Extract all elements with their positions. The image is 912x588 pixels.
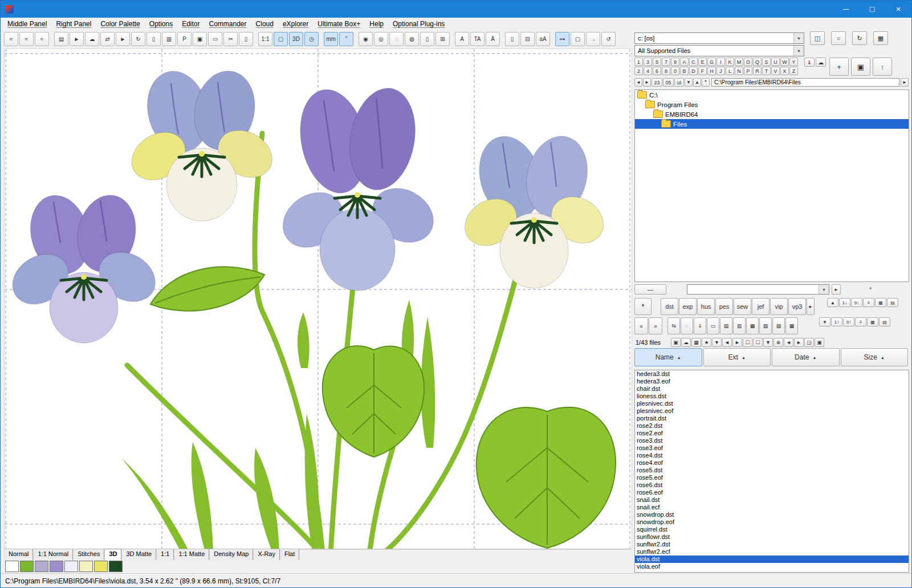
file-item[interactable]: rose4.dst	[635, 452, 909, 459]
file-item[interactable]: snowdrop.eof	[635, 518, 909, 526]
fm-stitch-edit-icon[interactable]: ≈	[19, 32, 34, 46]
alpha-key-button[interactable]: 3	[644, 58, 652, 66]
file-item[interactable]: squirrel.dst	[635, 526, 909, 533]
menu-color-palette[interactable]: Color Palette	[96, 19, 144, 29]
file-item[interactable]: hedera3.eof	[635, 378, 909, 385]
search-mask-input[interactable]: ▼	[687, 284, 829, 295]
rotate-design-icon[interactable]: ↻	[131, 32, 145, 46]
sort-by-ext[interactable]: Ext ▲	[703, 348, 771, 366]
refresh-icon[interactable]: ↺	[601, 32, 616, 46]
chevron-down-icon[interactable]: ▼	[819, 285, 829, 294]
dropdown2-icon[interactable]: ▼	[763, 338, 773, 347]
clear-mask-button[interactable]: —	[634, 284, 666, 295]
file-item[interactable]: sunflowr.dst	[635, 533, 909, 541]
resequence-icon[interactable]: ⇆	[667, 317, 680, 334]
toolbar-button[interactable]	[451, 32, 454, 46]
alpha-key-button[interactable]: 6	[653, 67, 661, 75]
sort-9-up-icon[interactable]: 9↑	[843, 317, 854, 326]
alpha-key-button[interactable]: S	[762, 58, 771, 66]
send-to-machine-icon[interactable]: ⇄	[100, 32, 115, 46]
favorites-icon[interactable]: ★	[702, 338, 711, 347]
apply-mask-button[interactable]: ►	[832, 284, 841, 295]
file-item[interactable]: chair.dst	[635, 385, 909, 393]
globe-icon[interactable]: ⊕	[773, 338, 783, 347]
tab-1-1-matte[interactable]: 1:1 Matte	[174, 549, 209, 560]
insert-design-icon[interactable]: ▥	[733, 317, 746, 334]
alpha-key-button[interactable]: G	[707, 58, 716, 66]
file-item[interactable]: rose5.dst	[635, 467, 909, 474]
palette-swatch[interactable]	[5, 561, 19, 572]
more-formats-button[interactable]: ►	[807, 298, 815, 315]
palette-swatch[interactable]	[20, 561, 34, 572]
stitch-points-icon[interactable]: ◌	[389, 32, 404, 46]
path-dropdown-icon[interactable]: ▼	[685, 78, 693, 87]
toolbar-button[interactable]	[50, 32, 53, 46]
menu-ultimate-box[interactable]: Ultimate Box+	[313, 19, 365, 29]
window-small-icon[interactable]: ▭	[707, 317, 719, 334]
font-aa-icon[interactable]: Ā	[486, 32, 500, 46]
alpha-key-button[interactable]: 8	[662, 67, 670, 75]
detail-view2-icon[interactable]: ▤	[879, 317, 890, 326]
maximize-list-icon[interactable]: ▣	[815, 338, 824, 347]
thumbnail-view2-icon[interactable]: ▦	[867, 317, 878, 326]
fm-stitch-icon[interactable]: ≈	[4, 32, 18, 46]
design-tree-icon[interactable]: ⊞	[435, 32, 450, 46]
fit-to-screen-icon[interactable]: ▢	[274, 32, 288, 46]
palette-swatch[interactable]	[35, 561, 48, 572]
alpha-key-button[interactable]: 5	[653, 58, 661, 66]
alpha-key-button[interactable]: H	[707, 67, 716, 75]
letters-small-icon[interactable]: aA	[536, 32, 550, 46]
menu-help[interactable]: Help	[365, 19, 388, 29]
menu-optional-plugins[interactable]: Optional Plug-ins	[388, 19, 449, 29]
font-ta-icon[interactable]: TA	[470, 32, 484, 46]
alpha-key-button[interactable]: F	[698, 67, 707, 75]
alpha-key-button[interactable]: C	[689, 58, 698, 66]
alpha-key-button[interactable]: D	[689, 67, 698, 75]
simulator-icon[interactable]: ◷	[304, 32, 319, 46]
minimize-button[interactable]: ─	[833, 1, 859, 18]
alpha-key-button[interactable]: K	[726, 58, 734, 66]
alpha-key-button[interactable]: I	[716, 58, 725, 66]
copy-icon[interactable]: ▯	[239, 32, 253, 46]
file-filter-selector[interactable]: All Supported Files ▼	[634, 45, 804, 56]
palette-swatch[interactable]	[64, 561, 78, 572]
file-item[interactable]: sunflwr2.ecf	[635, 548, 909, 556]
format-filter-button[interactable]: pes	[715, 298, 733, 315]
alpha-key-button[interactable]: M	[735, 58, 743, 66]
print-icon[interactable]: ▥	[162, 32, 176, 46]
sort-by-size[interactable]: Size ▲	[841, 348, 909, 366]
path-up-icon[interactable]: ▲	[693, 78, 701, 87]
chevron-down-icon[interactable]: ▼	[793, 33, 804, 43]
download-icon[interactable]: ⇓	[804, 58, 815, 67]
download-design-icon[interactable]: ⇓	[694, 317, 706, 334]
sort-1-up-icon[interactable]: 1↑	[831, 317, 842, 326]
send-menu-icon[interactable]: ►	[116, 32, 130, 46]
checkbox-one[interactable]: ☐	[743, 338, 752, 347]
exit-icon[interactable]: →	[586, 32, 600, 46]
toolbar-button[interactable]	[254, 32, 257, 46]
open-file-icon[interactable]: ▤	[54, 32, 68, 46]
nav-back-button[interactable]: ◄	[634, 78, 642, 87]
alpha-key-button[interactable]: 2	[634, 67, 643, 75]
expand-icon[interactable]: ◲	[804, 338, 814, 347]
file-item[interactable]: rose2.eof	[635, 430, 909, 437]
tab-1-1[interactable]: 1:1	[156, 549, 174, 560]
file-item[interactable]: snail.dst	[635, 496, 909, 504]
cloud-icon[interactable]: ☁	[85, 32, 99, 46]
alpha-key-button[interactable]: 0	[671, 67, 679, 75]
file-item[interactable]: viola.dst	[635, 556, 909, 563]
path-star-button[interactable]: *	[702, 78, 710, 87]
tab-flat[interactable]: Flat	[280, 549, 299, 560]
toolbar-button[interactable]	[501, 32, 504, 46]
alpha-key-button[interactable]: E	[698, 58, 707, 66]
drive-selector[interactable]: c: [os] ▼	[634, 32, 804, 44]
switch-panel-icon[interactable]: ◫	[810, 31, 825, 45]
cloud-sync-icon[interactable]: ☁	[816, 58, 826, 67]
search-icon[interactable]: ○	[831, 31, 846, 45]
sort-by-date[interactable]: Date ▲	[772, 348, 840, 366]
tab-density-map[interactable]: Density Map	[209, 549, 253, 560]
format-filter-button[interactable]: dst	[661, 298, 678, 315]
path-go-button[interactable]: ►	[901, 78, 909, 87]
password-key-icon[interactable]: ⊶	[555, 32, 569, 46]
stamp-icon[interactable]: ▭	[208, 32, 222, 46]
